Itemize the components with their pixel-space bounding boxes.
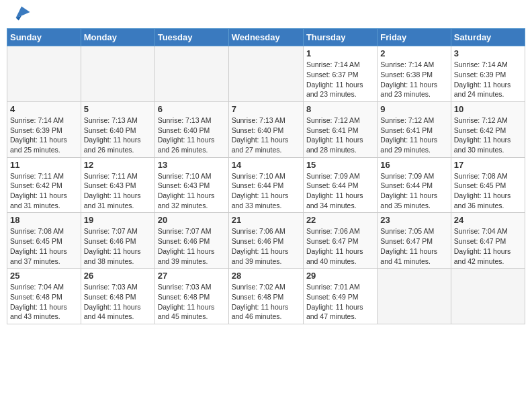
column-header-monday: Monday	[81, 29, 154, 46]
column-header-thursday: Thursday	[303, 29, 377, 46]
day-number: 14	[232, 160, 300, 170]
day-info: Sunrise: 7:13 AMSunset: 6:40 PMDaylight:…	[232, 116, 300, 155]
calendar-cell	[154, 46, 228, 102]
calendar-cell: 27Sunrise: 7:03 AMSunset: 6:48 PMDayligh…	[154, 269, 228, 324]
day-info: Sunrise: 7:10 AMSunset: 6:44 PMDaylight:…	[232, 171, 300, 211]
day-number: 17	[454, 160, 522, 170]
day-info: Sunrise: 7:09 AMSunset: 6:44 PMDaylight:…	[380, 171, 447, 211]
day-number: 11	[10, 160, 78, 170]
calendar-cell: 21Sunrise: 7:06 AMSunset: 6:46 PMDayligh…	[228, 213, 303, 269]
day-info: Sunrise: 7:14 AMSunset: 6:38 PMDaylight:…	[380, 60, 447, 99]
day-info: Sunrise: 7:10 AMSunset: 6:43 PMDaylight:…	[158, 171, 226, 211]
calendar-cell: 20Sunrise: 7:07 AMSunset: 6:46 PMDayligh…	[154, 213, 228, 269]
calendar-cell: 10Sunrise: 7:12 AMSunset: 6:42 PMDayligh…	[451, 101, 525, 157]
calendar-cell: 3Sunrise: 7:14 AMSunset: 6:39 PMDaylight…	[451, 46, 525, 102]
day-info: Sunrise: 7:08 AMSunset: 6:45 PMDaylight:…	[454, 171, 522, 211]
calendar-cell: 24Sunrise: 7:04 AMSunset: 6:47 PMDayligh…	[451, 213, 525, 269]
week-row-4: 18Sunrise: 7:08 AMSunset: 6:45 PMDayligh…	[7, 213, 525, 269]
page-header	[7, 7, 525, 23]
week-row-2: 4Sunrise: 7:14 AMSunset: 6:39 PMDaylight…	[7, 101, 525, 157]
day-info: Sunrise: 7:14 AMSunset: 6:39 PMDaylight:…	[10, 116, 78, 155]
day-number: 8	[306, 104, 374, 114]
calendar-cell: 5Sunrise: 7:13 AMSunset: 6:40 PMDaylight…	[81, 101, 154, 157]
day-number: 16	[380, 160, 447, 170]
day-number: 29	[306, 271, 374, 281]
logo-icon	[12, 3, 31, 21]
calendar-cell	[228, 46, 303, 102]
calendar-table: SundayMondayTuesdayWednesdayThursdayFrid…	[7, 28, 525, 324]
day-number: 20	[158, 215, 226, 225]
calendar-cell	[7, 46, 81, 102]
calendar-cell: 11Sunrise: 7:11 AMSunset: 6:42 PMDayligh…	[7, 157, 81, 213]
calendar-cell: 22Sunrise: 7:06 AMSunset: 6:47 PMDayligh…	[303, 213, 377, 269]
calendar-cell: 17Sunrise: 7:08 AMSunset: 6:45 PMDayligh…	[451, 157, 525, 213]
calendar-cell: 13Sunrise: 7:10 AMSunset: 6:43 PMDayligh…	[154, 157, 228, 213]
day-info: Sunrise: 7:11 AMSunset: 6:42 PMDaylight:…	[10, 171, 78, 211]
column-header-saturday: Saturday	[451, 29, 525, 46]
day-info: Sunrise: 7:13 AMSunset: 6:40 PMDaylight:…	[84, 116, 152, 155]
calendar-cell: 14Sunrise: 7:10 AMSunset: 6:44 PMDayligh…	[228, 157, 303, 213]
day-number: 6	[158, 104, 226, 114]
day-number: 18	[10, 215, 78, 225]
calendar-cell: 1Sunrise: 7:14 AMSunset: 6:37 PMDaylight…	[303, 46, 377, 102]
calendar-cell: 25Sunrise: 7:04 AMSunset: 6:48 PMDayligh…	[7, 269, 81, 324]
calendar-cell: 7Sunrise: 7:13 AMSunset: 6:40 PMDaylight…	[228, 101, 303, 157]
day-number: 7	[232, 104, 300, 114]
day-number: 4	[10, 104, 78, 114]
day-number: 23	[380, 215, 447, 225]
day-info: Sunrise: 7:03 AMSunset: 6:48 PMDaylight:…	[158, 282, 226, 322]
day-info: Sunrise: 7:14 AMSunset: 6:39 PMDaylight:…	[454, 60, 522, 99]
day-info: Sunrise: 7:12 AMSunset: 6:41 PMDaylight:…	[380, 116, 447, 155]
day-info: Sunrise: 7:04 AMSunset: 6:47 PMDaylight:…	[454, 226, 522, 266]
day-info: Sunrise: 7:12 AMSunset: 6:41 PMDaylight:…	[306, 116, 374, 155]
day-number: 12	[84, 160, 152, 170]
day-number: 3	[454, 48, 522, 58]
calendar-cell: 29Sunrise: 7:01 AMSunset: 6:49 PMDayligh…	[303, 269, 377, 324]
day-info: Sunrise: 7:12 AMSunset: 6:42 PMDaylight:…	[454, 116, 522, 155]
calendar-cell: 19Sunrise: 7:07 AMSunset: 6:46 PMDayligh…	[81, 213, 154, 269]
day-info: Sunrise: 7:01 AMSunset: 6:49 PMDaylight:…	[306, 282, 374, 322]
calendar-cell: 9Sunrise: 7:12 AMSunset: 6:41 PMDaylight…	[378, 101, 451, 157]
day-info: Sunrise: 7:06 AMSunset: 6:46 PMDaylight:…	[232, 226, 300, 266]
day-info: Sunrise: 7:02 AMSunset: 6:48 PMDaylight:…	[232, 282, 300, 322]
day-number: 1	[306, 48, 374, 58]
calendar-cell: 2Sunrise: 7:14 AMSunset: 6:38 PMDaylight…	[378, 46, 451, 102]
calendar-cell: 16Sunrise: 7:09 AMSunset: 6:44 PMDayligh…	[378, 157, 451, 213]
header-row: SundayMondayTuesdayWednesdayThursdayFrid…	[7, 29, 525, 46]
logo	[9, 7, 31, 23]
day-number: 9	[380, 104, 447, 114]
calendar-cell: 18Sunrise: 7:08 AMSunset: 6:45 PMDayligh…	[7, 213, 81, 269]
calendar-cell: 28Sunrise: 7:02 AMSunset: 6:48 PMDayligh…	[228, 269, 303, 324]
calendar-cell	[378, 269, 451, 324]
day-number: 21	[232, 215, 300, 225]
column-header-wednesday: Wednesday	[228, 29, 303, 46]
day-number: 26	[84, 271, 152, 281]
column-header-sunday: Sunday	[7, 29, 81, 46]
day-info: Sunrise: 7:09 AMSunset: 6:44 PMDaylight:…	[306, 171, 374, 211]
calendar-cell: 4Sunrise: 7:14 AMSunset: 6:39 PMDaylight…	[7, 101, 81, 157]
day-number: 24	[454, 215, 522, 225]
calendar-cell	[81, 46, 154, 102]
calendar-cell: 6Sunrise: 7:13 AMSunset: 6:40 PMDaylight…	[154, 101, 228, 157]
week-row-1: 1Sunrise: 7:14 AMSunset: 6:37 PMDaylight…	[7, 46, 525, 102]
calendar-cell: 26Sunrise: 7:03 AMSunset: 6:48 PMDayligh…	[81, 269, 154, 324]
day-number: 2	[380, 48, 447, 58]
day-info: Sunrise: 7:11 AMSunset: 6:43 PMDaylight:…	[84, 171, 152, 211]
svg-marker-0	[16, 7, 30, 18]
day-number: 22	[306, 215, 374, 225]
calendar-cell: 15Sunrise: 7:09 AMSunset: 6:44 PMDayligh…	[303, 157, 377, 213]
day-info: Sunrise: 7:05 AMSunset: 6:47 PMDaylight:…	[380, 226, 447, 266]
day-info: Sunrise: 7:03 AMSunset: 6:48 PMDaylight:…	[84, 282, 152, 322]
column-header-friday: Friday	[378, 29, 451, 46]
day-number: 13	[158, 160, 226, 170]
day-number: 25	[10, 271, 78, 281]
column-header-tuesday: Tuesday	[154, 29, 228, 46]
week-row-5: 25Sunrise: 7:04 AMSunset: 6:48 PMDayligh…	[7, 269, 525, 324]
day-info: Sunrise: 7:06 AMSunset: 6:47 PMDaylight:…	[306, 226, 374, 266]
week-row-3: 11Sunrise: 7:11 AMSunset: 6:42 PMDayligh…	[7, 157, 525, 213]
day-number: 27	[158, 271, 226, 281]
day-number: 15	[306, 160, 374, 170]
calendar-cell: 12Sunrise: 7:11 AMSunset: 6:43 PMDayligh…	[81, 157, 154, 213]
day-info: Sunrise: 7:14 AMSunset: 6:37 PMDaylight:…	[306, 60, 374, 99]
day-info: Sunrise: 7:07 AMSunset: 6:46 PMDaylight:…	[84, 226, 152, 266]
